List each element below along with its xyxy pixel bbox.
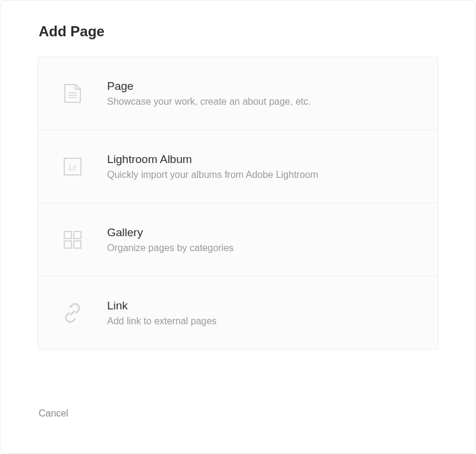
- option-text: Page Showcase your work, create an about…: [107, 80, 311, 107]
- option-link[interactable]: Link Add link to external pages: [38, 277, 438, 349]
- svg-rect-5: [64, 231, 71, 239]
- option-text: Lightroom Album Quickly import your albu…: [107, 153, 318, 180]
- svg-rect-6: [74, 231, 81, 239]
- option-title: Lightroom Album: [107, 153, 318, 166]
- option-page[interactable]: Page Showcase your work, create an about…: [38, 57, 438, 130]
- page-type-options-list: Page Showcase your work, create an about…: [37, 57, 439, 350]
- page-icon: [62, 83, 83, 104]
- modal-header: Add Page: [1, 1, 475, 57]
- svg-rect-7: [64, 241, 71, 248]
- gallery-grid-icon: [62, 229, 83, 251]
- option-description: Add link to external pages: [107, 316, 217, 327]
- option-description: Organize pages by categories: [107, 243, 234, 253]
- link-icon: [62, 302, 83, 324]
- svg-rect-8: [74, 241, 81, 248]
- option-gallery[interactable]: Gallery Organize pages by categories: [38, 203, 438, 277]
- modal-title: Add Page: [39, 23, 437, 40]
- add-page-modal: Add Page Page Showcase your work, create…: [0, 0, 476, 454]
- option-title: Gallery: [107, 226, 234, 239]
- option-title: Link: [107, 299, 217, 312]
- option-description: Showcase your work, create an about page…: [107, 96, 311, 107]
- option-text: Gallery Organize pages by categories: [107, 226, 234, 253]
- option-text: Link Add link to external pages: [107, 299, 217, 327]
- modal-footer: Cancel: [1, 386, 475, 453]
- cancel-button[interactable]: Cancel: [39, 403, 68, 424]
- lightroom-icon: Lr: [62, 156, 83, 177]
- option-title: Page: [107, 80, 311, 93]
- option-description: Quickly import your albums from Adobe Li…: [107, 170, 318, 180]
- option-lightroom-album[interactable]: Lr Lightroom Album Quickly import your a…: [38, 130, 438, 203]
- svg-text:Lr: Lr: [69, 162, 77, 172]
